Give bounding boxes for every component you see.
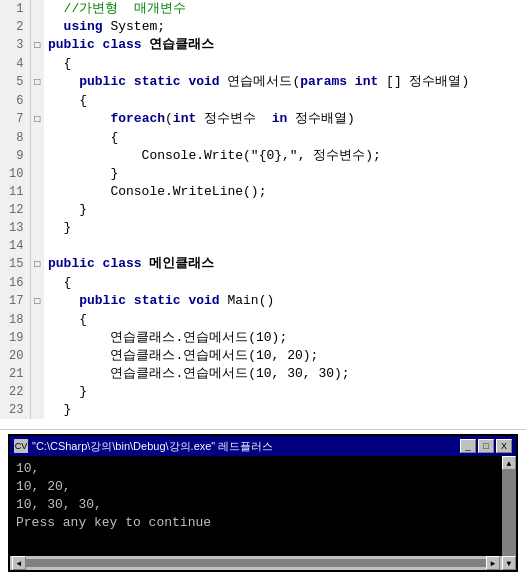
line-number: 8 [0, 129, 30, 147]
line-content: 연습클래스.연습메서드(10, 30, 30); [44, 365, 526, 383]
line-content: Console.Write("{0},", 정수변수); [44, 147, 526, 165]
line-gutter [30, 55, 44, 73]
scroll-right-button[interactable]: ► [486, 556, 500, 570]
scroll-left-button[interactable]: ◄ [12, 556, 26, 570]
line-gutter [30, 365, 44, 383]
line-number: 17 [0, 292, 30, 311]
line-gutter: □ [30, 73, 44, 92]
line-content: using System; [44, 18, 526, 36]
line-content: 연습클래스.연습메서드(10); [44, 329, 526, 347]
line-gutter [30, 219, 44, 237]
line-number: 5 [0, 73, 30, 92]
line-number: 15 [0, 255, 30, 274]
maximize-button[interactable]: □ [478, 439, 494, 453]
minimize-button[interactable]: _ [460, 439, 476, 453]
console-vertical-scrollbar[interactable]: ▲ ▼ [502, 456, 516, 570]
table-row: 19 연습클래스.연습메서드(10); [0, 329, 526, 347]
line-content: } [44, 383, 526, 401]
console-icon: CV [14, 439, 28, 453]
line-number: 12 [0, 201, 30, 219]
line-gutter [30, 383, 44, 401]
console-titlebar-left: CV "C:\CSharp\강의\bin\Debug\강의.exe" 레드플러스 [14, 439, 273, 454]
line-gutter [30, 129, 44, 147]
table-row: 3□public class 연습클래스 [0, 36, 526, 55]
console-titlebar: CV "C:\CSharp\강의\bin\Debug\강의.exe" 레드플러스… [10, 436, 516, 456]
line-number: 19 [0, 329, 30, 347]
table-row: 23 } [0, 401, 526, 419]
table-row: 18 { [0, 311, 526, 329]
line-number: 10 [0, 165, 30, 183]
line-gutter [30, 311, 44, 329]
table-row: 2 using System; [0, 18, 526, 36]
line-number: 1 [0, 0, 30, 18]
table-row: 22 } [0, 383, 526, 401]
line-number: 4 [0, 55, 30, 73]
table-row: 15□public class 메인클래스 [0, 255, 526, 274]
table-row: 5□ public static void 연습메서드(params int [… [0, 73, 526, 92]
line-content: } [44, 401, 526, 419]
line-gutter [30, 347, 44, 365]
line-gutter [30, 183, 44, 201]
scroll-vertical-track [502, 470, 516, 556]
table-row: 6 { [0, 92, 526, 110]
table-row: 8 { [0, 129, 526, 147]
console-body: 10,10, 20,10, 30, 30,Press any key to co… [10, 456, 502, 556]
line-content: { [44, 92, 526, 110]
line-number: 6 [0, 92, 30, 110]
line-content: public class 연습클래스 [44, 36, 526, 55]
line-gutter [30, 237, 44, 255]
code-editor: 1 //가변형 매개변수2 using System;3□public clas… [0, 0, 526, 430]
close-button[interactable]: X [496, 439, 512, 453]
table-row: 21 연습클래스.연습메서드(10, 30, 30); [0, 365, 526, 383]
line-gutter: □ [30, 292, 44, 311]
line-number: 14 [0, 237, 30, 255]
line-number: 7 [0, 110, 30, 129]
console-output-line: 10, 20, [16, 478, 496, 496]
line-gutter [30, 401, 44, 419]
line-gutter: □ [30, 110, 44, 129]
table-row: 7□ foreach(int 정수변수 in 정수배열) [0, 110, 526, 129]
console-body-wrapper: 10,10, 20,10, 30, 30,Press any key to co… [10, 456, 502, 570]
line-gutter: □ [30, 36, 44, 55]
line-gutter [30, 18, 44, 36]
table-row: 14 [0, 237, 526, 255]
line-number: 23 [0, 401, 30, 419]
line-number: 16 [0, 274, 30, 292]
table-row: 11 Console.WriteLine(); [0, 183, 526, 201]
line-content: { [44, 55, 526, 73]
console-window: CV "C:\CSharp\강의\bin\Debug\강의.exe" 레드플러스… [8, 434, 518, 572]
table-row: 20 연습클래스.연습메서드(10, 20); [0, 347, 526, 365]
scroll-up-button[interactable]: ▲ [502, 456, 516, 470]
console-output-line: 10, 30, 30, [16, 496, 496, 514]
table-row: 17□ public static void Main() [0, 292, 526, 311]
table-row: 1 //가변형 매개변수 [0, 0, 526, 18]
console-horizontal-scrollbar[interactable]: ◄ ► [10, 556, 502, 570]
line-content: { [44, 274, 526, 292]
line-gutter: □ [30, 255, 44, 274]
line-content: Console.WriteLine(); [44, 183, 526, 201]
line-content: //가변형 매개변수 [44, 0, 526, 18]
line-gutter [30, 201, 44, 219]
line-gutter [30, 329, 44, 347]
table-row: 16 { [0, 274, 526, 292]
console-titlebar-buttons: _ □ X [460, 439, 512, 453]
line-gutter [30, 274, 44, 292]
line-content: } [44, 201, 526, 219]
line-content: { [44, 311, 526, 329]
line-number: 11 [0, 183, 30, 201]
line-content: { [44, 129, 526, 147]
scroll-down-button[interactable]: ▼ [502, 556, 516, 570]
scroll-track [26, 559, 486, 567]
code-table: 1 //가변형 매개변수2 using System;3□public clas… [0, 0, 526, 419]
line-number: 22 [0, 383, 30, 401]
line-number: 21 [0, 365, 30, 383]
line-gutter [30, 147, 44, 165]
console-output-line: Press any key to continue [16, 514, 496, 532]
line-content: public class 메인클래스 [44, 255, 526, 274]
line-number: 2 [0, 18, 30, 36]
line-content [44, 237, 526, 255]
console-output-line: 10, [16, 460, 496, 478]
line-number: 9 [0, 147, 30, 165]
line-gutter [30, 92, 44, 110]
line-number: 20 [0, 347, 30, 365]
